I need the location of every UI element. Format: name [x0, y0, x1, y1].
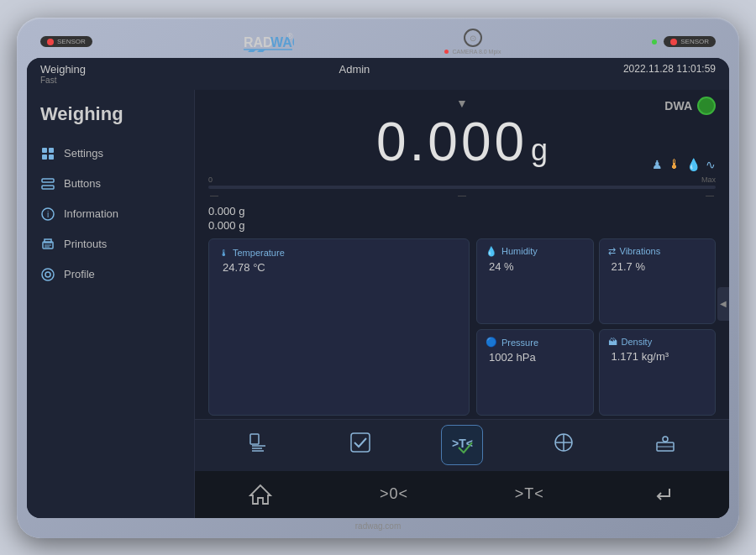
- humidity-value: 24 %: [486, 260, 585, 273]
- pressure-panel: 🔵 Pressure 1002 hPa: [476, 329, 594, 416]
- information-icon: i: [40, 207, 55, 222]
- toolbar-btn-list[interactable]: [238, 425, 280, 465]
- sidebar-item-settings[interactable]: Settings: [27, 139, 194, 169]
- reading1: 0.000 g: [208, 205, 716, 217]
- crosshair-icon: [552, 431, 575, 459]
- sensor-right-label: SENSOR: [680, 38, 709, 45]
- readings-section: 0.000 g 0.000 g: [195, 203, 729, 235]
- right-sensor-grid: 💧 Humidity 24 % ⇄ Vibrations 21.7 %: [476, 238, 716, 416]
- sidebar-item-profile[interactable]: Profile: [27, 259, 194, 290]
- toolbar-btn-crosshair[interactable]: [543, 425, 585, 465]
- sidebar-item-printouts[interactable]: Printouts: [27, 229, 194, 259]
- humidity-label: Humidity: [501, 246, 538, 256]
- svg-point-19: [45, 272, 50, 277]
- check-box-icon: [349, 431, 372, 459]
- humidity-panel: 💧 Humidity 24 %: [476, 238, 594, 325]
- settings-label: Settings: [64, 147, 103, 160]
- screen-header: Weighing Fast Admin 2022.11.28 11:01:59: [27, 58, 729, 90]
- toolbar-btn-check[interactable]: [339, 425, 381, 465]
- progress-track: [208, 186, 716, 189]
- svg-rect-11: [42, 186, 54, 189]
- weight-unit: g: [531, 133, 548, 168]
- thermometer-icon: 🌡: [668, 157, 681, 172]
- sensor-left-label: SENSOR: [57, 38, 86, 45]
- header-user: Admin: [339, 63, 370, 76]
- information-label: Information: [64, 207, 118, 220]
- bottom-toolbar: >T<: [195, 419, 729, 471]
- weight-display-row: 0.000 g: [376, 112, 548, 169]
- green-indicator: [652, 39, 657, 45]
- radwag-logo: RAD WAG ®: [244, 30, 294, 54]
- weight-icon: [654, 431, 677, 459]
- dwa-badge: DWA: [664, 97, 716, 115]
- profile-icon: [40, 267, 55, 282]
- top-right-area: SENSOR: [652, 36, 716, 47]
- nav-home-button[interactable]: [228, 475, 293, 514]
- density-value: 1.171 kg/m³: [608, 350, 707, 363]
- svg-point-18: [42, 269, 54, 280]
- buttons-icon: [40, 176, 55, 191]
- camera-area: ⊙ CAMERA 8.0 Mpix: [444, 29, 501, 55]
- svg-rect-7: [49, 148, 54, 153]
- nav-bar: >0< >T<: [195, 471, 729, 518]
- vibrations-label: Vibrations: [620, 246, 661, 256]
- progress-bar-area: 0 Max — — —: [195, 172, 729, 203]
- sidebar-item-buttons[interactable]: Buttons: [27, 169, 194, 199]
- logo-area: RAD WAG ®: [244, 30, 294, 54]
- svg-text:RAD: RAD: [244, 35, 273, 50]
- svg-text:®: ®: [287, 32, 293, 40]
- nav-enter-button[interactable]: [631, 475, 696, 514]
- progress-min: 0: [208, 175, 213, 184]
- screen: Weighing Fast Admin 2022.11.28 11:01:59 …: [27, 58, 729, 518]
- header-title: Weighing: [40, 63, 86, 76]
- weight-area: DWA ▼ 0.000 g ♟ 🌡 💧 ∿: [195, 90, 729, 172]
- sensor-right: SENSOR: [664, 36, 716, 47]
- vibrations-panel: ⇄ Vibrations 21.7 %: [599, 238, 717, 325]
- humidity-env-icon: 💧: [686, 158, 701, 171]
- density-label: Density: [622, 337, 653, 347]
- env-icons: ♟ 🌡 💧 ∿: [652, 157, 716, 172]
- nav-tare-button[interactable]: >T<: [495, 479, 564, 510]
- svg-point-31: [663, 437, 668, 442]
- svg-text:i: i: [47, 210, 49, 219]
- camera-label: CAMERA 8.0 Mpix: [444, 49, 501, 55]
- svg-rect-6: [42, 148, 47, 153]
- header-subtitle: Fast: [40, 76, 86, 85]
- svg-rect-24: [351, 433, 370, 452]
- reading2: 0.000 g: [208, 219, 716, 232]
- nav-zero-button[interactable]: >0<: [360, 479, 428, 510]
- density-panel: 🏔 Density 1.171 kg/m³: [599, 329, 717, 416]
- top-bar: SENSOR RAD WAG ® ⊙ CAMERA 8.0 Mpix: [27, 28, 729, 58]
- dwa-indicator: [697, 97, 716, 115]
- pressure-icon: 🔵: [486, 337, 497, 348]
- temperature-value: 24.78 °C: [219, 261, 459, 274]
- vibrations-icon: ⇄: [608, 246, 616, 257]
- progress-labels: 0 Max: [208, 175, 716, 184]
- density-icon: 🏔: [608, 337, 617, 347]
- humidity-icon: 💧: [486, 246, 497, 257]
- pressure-value: 1002 hPa: [486, 351, 585, 364]
- side-arrow[interactable]: ◀: [717, 287, 729, 321]
- tare-label: >T<: [515, 485, 544, 503]
- printouts-icon: [40, 237, 55, 252]
- density-title: 🏔 Density: [608, 337, 707, 347]
- header-center: Admin: [339, 63, 370, 76]
- temperature-panel: 🌡 Temperature 24.78 °C: [208, 238, 470, 416]
- weight-value: 0.000: [376, 115, 528, 169]
- header-datetime: 2022.11.28 11:01:59: [623, 63, 716, 75]
- camera-icon: ⊙: [464, 29, 482, 47]
- temperature-label: Temperature: [233, 248, 285, 258]
- settings-icon: [40, 146, 55, 161]
- toolbar-btn-tcheck[interactable]: >T<: [441, 425, 483, 465]
- svg-rect-10: [42, 179, 54, 182]
- vibrations-title: ⇄ Vibrations: [608, 246, 707, 257]
- device-bottom: radwag.com: [27, 518, 729, 534]
- sidebar-item-information[interactable]: i Information: [27, 199, 194, 229]
- svg-rect-15: [45, 239, 51, 243]
- t-check-icon: >T<: [450, 431, 474, 459]
- printouts-label: Printouts: [64, 238, 107, 250]
- toolbar-btn-weight[interactable]: [644, 425, 686, 465]
- svg-rect-8: [42, 154, 47, 160]
- profile-label: Profile: [64, 268, 95, 280]
- progress-max: Max: [701, 175, 716, 184]
